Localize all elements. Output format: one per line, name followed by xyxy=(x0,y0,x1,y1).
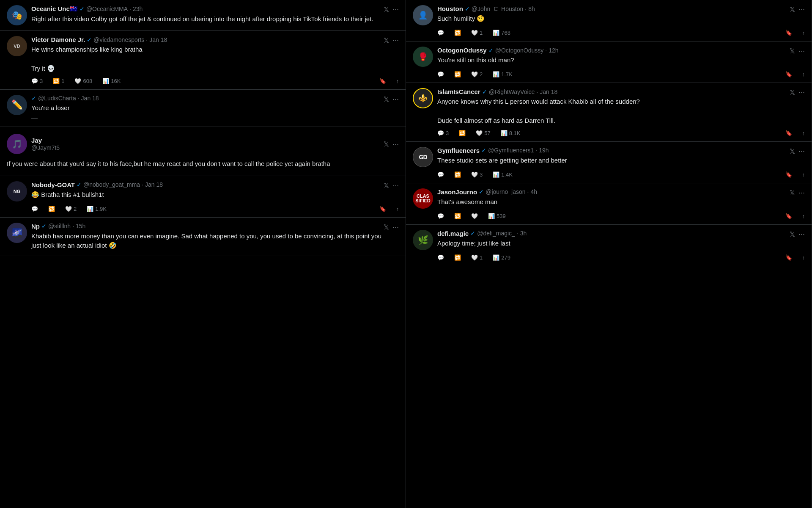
more-options-icon[interactable]: ··· xyxy=(798,147,805,156)
reply-button[interactable]: 💬 xyxy=(437,71,444,77)
more-options-icon[interactable]: ··· xyxy=(392,140,399,149)
reply-icon: 💬 xyxy=(437,71,444,77)
retweet-button[interactable]: 🔁 xyxy=(454,213,461,219)
verified-icon: ✓ xyxy=(488,47,494,54)
reply-button[interactable]: 💬 xyxy=(437,30,444,36)
more-options-icon[interactable]: ··· xyxy=(798,88,805,97)
reply-button[interactable]: 💬 xyxy=(437,213,444,219)
like-button[interactable]: 🤍 xyxy=(471,213,478,219)
bookmark-button[interactable]: 🔖 xyxy=(379,78,386,84)
x-logo-icon[interactable]: 𝕏 xyxy=(384,95,389,103)
more-options-icon[interactable]: ··· xyxy=(798,188,805,197)
views-button[interactable]: 📊 279 xyxy=(493,254,510,261)
retweet-button[interactable]: 🔁 xyxy=(454,254,461,261)
x-logo-icon[interactable]: 𝕏 xyxy=(384,6,389,14)
share-button[interactable]: ↑ xyxy=(802,71,805,77)
tweet-footer: 💬 🔁 🤍 2 📊 1.9K 🔖 ↑ xyxy=(31,206,399,212)
x-logo-icon[interactable]: 𝕏 xyxy=(790,6,795,14)
bookmark-icon: 🔖 xyxy=(379,206,386,212)
like-icon: 🤍 xyxy=(471,171,478,178)
handle: @OctogonOdussy xyxy=(495,47,544,54)
reply-button[interactable]: 💬 xyxy=(31,206,38,212)
x-logo-icon[interactable]: 𝕏 xyxy=(384,182,389,190)
more-options-icon[interactable]: ··· xyxy=(798,230,805,239)
views-button[interactable]: 📊 1.4K xyxy=(493,171,513,178)
avatar: 🌿 xyxy=(413,230,433,250)
more-options-icon[interactable]: ··· xyxy=(392,36,399,45)
bookmark-button[interactable]: 🔖 xyxy=(785,30,792,36)
share-button[interactable]: ↑ xyxy=(802,213,805,219)
like-button[interactable]: 🤍 57 xyxy=(476,130,490,136)
reply-button[interactable]: 💬 3 xyxy=(437,130,449,136)
tweet-footer: 💬 3 🔁 1 🤍 608 📊 16K 🔖 ↑ xyxy=(31,78,399,84)
share-button[interactable]: ↑ xyxy=(802,30,805,36)
share-button[interactable]: ↑ xyxy=(396,78,399,84)
views-button[interactable]: 📊 539 xyxy=(488,213,506,219)
handle: @Jaym7t5 xyxy=(31,144,60,151)
bookmark-button[interactable]: 🔖 xyxy=(785,130,792,136)
x-logo-icon[interactable]: 𝕏 xyxy=(790,147,795,155)
more-options-icon[interactable]: ··· xyxy=(392,223,399,232)
reply-icon: 💬 xyxy=(437,254,444,261)
like-button[interactable]: 🤍 608 xyxy=(74,78,92,84)
x-logo-icon[interactable]: 𝕏 xyxy=(790,230,795,238)
like-icon: 🤍 xyxy=(65,206,72,212)
views-button[interactable]: 📊 768 xyxy=(493,30,510,36)
like-button[interactable]: 🤍 1 xyxy=(471,30,483,36)
more-options-icon[interactable]: ··· xyxy=(392,5,399,14)
bookmark-button[interactable]: 🔖 xyxy=(785,213,792,219)
reply-button[interactable]: 💬 xyxy=(437,254,444,261)
x-logo-icon[interactable]: 𝕏 xyxy=(384,223,389,231)
retweet-button[interactable]: 🔁 xyxy=(454,30,461,36)
bookmark-icon: 🔖 xyxy=(785,71,792,77)
reply-icon: 💬 xyxy=(437,213,444,219)
verified-icon: ✓ xyxy=(465,6,470,12)
like-button[interactable]: 🤍 3 xyxy=(471,171,483,178)
x-logo-icon[interactable]: 𝕏 xyxy=(790,88,795,97)
x-logo-icon[interactable]: 𝕏 xyxy=(384,140,389,148)
views-button[interactable]: 📊 16K xyxy=(102,78,121,84)
display-name: defi.magic xyxy=(437,230,469,237)
timestamp: 3h xyxy=(520,230,527,237)
display-name: Oceanic Unc🇦🇺 xyxy=(31,5,78,13)
views-button[interactable]: 📊 8.1K xyxy=(501,130,521,136)
avatar: ✏️ xyxy=(7,95,27,115)
share-button[interactable]: ↑ xyxy=(802,130,805,136)
timestamp: Jan 18 xyxy=(540,88,557,95)
share-icon: ↑ xyxy=(802,213,805,219)
more-options-icon[interactable]: ··· xyxy=(392,181,399,190)
views-button[interactable]: 📊 1.9K xyxy=(87,206,107,212)
more-options-icon[interactable]: ··· xyxy=(798,5,805,14)
like-button[interactable]: 🤍 2 xyxy=(65,206,77,212)
reply-button[interactable]: 💬 xyxy=(437,171,444,178)
share-icon: ↑ xyxy=(802,30,805,36)
retweet-button[interactable]: 🔁 xyxy=(48,206,55,212)
retweet-button[interactable]: 🔁 xyxy=(459,130,466,136)
share-button[interactable]: ↑ xyxy=(802,254,805,261)
retweet-button[interactable]: 🔁 xyxy=(454,71,461,77)
more-options-icon[interactable]: ··· xyxy=(392,95,399,104)
bookmark-button[interactable]: 🔖 xyxy=(785,171,792,178)
retweet-button[interactable]: 🔁 xyxy=(454,171,461,178)
share-button[interactable]: ↑ xyxy=(396,206,399,212)
bookmark-icon: 🔖 xyxy=(379,78,386,84)
display-name: Victor Damone Jr. xyxy=(31,36,85,43)
x-logo-icon[interactable]: 𝕏 xyxy=(790,189,795,197)
bookmark-button[interactable]: 🔖 xyxy=(785,254,792,261)
more-options-icon[interactable]: ··· xyxy=(798,47,805,55)
bookmark-button[interactable]: 🔖 xyxy=(379,206,386,212)
views-button[interactable]: 📊 1.7K xyxy=(493,71,513,77)
verified-icon: ✓ xyxy=(479,188,484,195)
x-logo-icon[interactable]: 𝕏 xyxy=(790,47,795,55)
bookmark-icon: 🔖 xyxy=(785,213,792,219)
retweet-icon: 🔁 xyxy=(53,78,60,84)
retweet-button[interactable]: 🔁 1 xyxy=(53,78,64,84)
x-logo-icon[interactable]: 𝕏 xyxy=(384,36,389,44)
bookmark-button[interactable]: 🔖 xyxy=(785,71,792,77)
like-button[interactable]: 🤍 1 xyxy=(471,254,483,261)
like-icon: 🤍 xyxy=(471,254,478,261)
like-button[interactable]: 🤍 2 xyxy=(471,71,483,77)
share-button[interactable]: ↑ xyxy=(802,171,805,178)
views-icon: 📊 xyxy=(493,171,499,178)
reply-button[interactable]: 💬 3 xyxy=(31,78,43,84)
